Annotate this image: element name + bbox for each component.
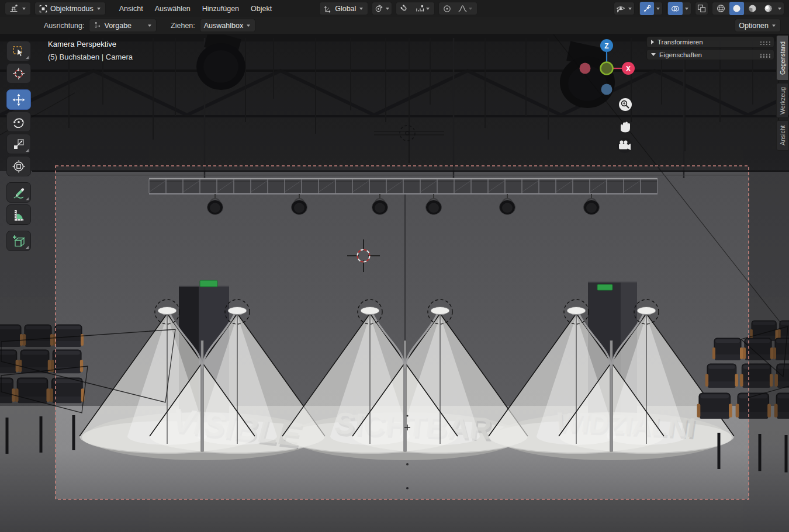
falloff-dropdown[interactable]: [455, 2, 476, 15]
mode-label: Objektmodus: [50, 5, 94, 13]
viewport-canvas[interactable]: VISIBLE VISIBLE SICHTBAR SICHTBAR WIDZIA…: [0, 34, 789, 532]
snap-group: [396, 2, 435, 15]
gizmos-icon: [642, 4, 652, 13]
rotate-icon: [12, 115, 26, 129]
viewport-info-overlay: Kamera Perspektive (5) Buchstaben | Came…: [48, 40, 133, 61]
ziehen-value: Auswahlbox: [204, 22, 243, 30]
chevron-down-icon[interactable]: [656, 8, 660, 10]
annotate-pen-icon: [12, 186, 26, 200]
transform-default-icon: [93, 21, 102, 30]
sidebar-tabs: Gegenstand Werkzeug Ansicht: [776, 35, 789, 153]
axis-ball-neg-x[interactable]: [580, 63, 591, 74]
toolbar-left: [6, 41, 31, 253]
ausrichtung-label: Ausrichtung:: [44, 22, 84, 30]
chevron-down-icon: [469, 8, 472, 10]
menu-ansicht[interactable]: Ansicht: [114, 3, 148, 15]
shading-material-button[interactable]: [745, 2, 760, 15]
orientation-label: Global: [335, 5, 356, 13]
ausrichtung-dropdown[interactable]: Vorgabe: [89, 19, 157, 32]
snap-toggle[interactable]: [397, 2, 411, 15]
chevron-down-icon: [359, 8, 363, 10]
snap-magnet-icon: [400, 4, 409, 13]
mode-dropdown[interactable]: Objektmodus: [34, 2, 106, 15]
tool-measure[interactable]: [6, 204, 31, 225]
more-tools-indicator: [26, 246, 29, 249]
menu-auswaehlen[interactable]: Auswählen: [150, 3, 196, 15]
pivot-dropdown[interactable]: [372, 2, 392, 15]
tool-transform[interactable]: [6, 156, 31, 176]
shading-wireframe-icon: [716, 4, 726, 13]
more-tools-indicator: [26, 197, 29, 200]
visibility-eye-icon: [615, 4, 626, 13]
tool-select-box[interactable]: [6, 41, 31, 61]
panel-eigenschaften[interactable]: Eigenschaften: [646, 49, 774, 60]
panel-transformieren[interactable]: Transformieren: [646, 36, 774, 48]
editor-type-button[interactable]: [5, 2, 31, 15]
drag-handle-icon[interactable]: [760, 41, 762, 43]
axis-ball-neg-z[interactable]: [601, 84, 612, 95]
chevron-down-icon[interactable]: [685, 8, 688, 10]
expand-right-icon: [651, 40, 654, 44]
xray-toggle[interactable]: [695, 2, 708, 15]
chevron-down-icon[interactable]: [778, 8, 781, 10]
pivot-point-icon: [373, 4, 383, 13]
cursor-3d-icon: [12, 67, 26, 81]
gizmos-toggle[interactable]: [640, 2, 654, 15]
orientation-dropdown[interactable]: Global: [319, 2, 368, 15]
shading-material-icon: [748, 4, 757, 13]
axis-label-x: X: [626, 65, 631, 73]
proportional-editing-toggle[interactable]: [440, 2, 454, 15]
shading-wireframe-button[interactable]: [714, 2, 728, 15]
shading-solid-icon: [732, 4, 742, 13]
chevron-down-icon: [22, 8, 26, 10]
snap-target-dropdown[interactable]: [413, 2, 433, 15]
panel-eigenschaften-label: Eigenschaften: [659, 51, 702, 58]
object-mode-icon: [39, 4, 48, 13]
axis-ball-y[interactable]: [601, 62, 613, 75]
ziehen-dropdown[interactable]: Auswahlbox: [200, 19, 255, 32]
select-box-icon: [12, 44, 26, 58]
tab-ansicht[interactable]: Ansicht: [776, 120, 788, 151]
proportional-editing-icon: [442, 4, 452, 13]
tool-scale[interactable]: [6, 134, 31, 154]
proportional-group: [438, 2, 477, 15]
tab-werkzeug[interactable]: Werkzeug: [776, 83, 788, 118]
viewport-3d[interactable]: VISIBLE VISIBLE SICHTBAR SICHTBAR WIDZIA…: [0, 34, 789, 532]
editor-type-3d-viewport-icon: [9, 4, 19, 13]
tool-add-cube[interactable]: [6, 231, 31, 251]
options-label: Optionen: [739, 22, 769, 30]
chevron-down-icon: [628, 8, 632, 10]
shading-solid-button[interactable]: [729, 2, 744, 15]
chevron-down-icon: [97, 8, 101, 10]
tool-annotate[interactable]: [6, 182, 31, 203]
tool-settings-bar: Ausrichtung: Vorgabe Ziehen: Auswahlbox …: [0, 17, 789, 34]
tab-gegenstand[interactable]: Gegenstand: [776, 35, 788, 81]
menu-hinzufuegen[interactable]: Hinzufügen: [197, 3, 244, 15]
menu-objekt[interactable]: Objekt: [245, 3, 277, 15]
transform-icon: [12, 159, 26, 173]
more-tools-indicator: [26, 56, 29, 59]
shading-rendered-button[interactable]: [761, 2, 776, 15]
snap-increments-icon: [415, 4, 425, 13]
panel-transformieren-label: Transformieren: [658, 39, 703, 46]
menu-bar: Ansicht Auswählen Hinzufügen Objekt: [114, 3, 278, 15]
overlays-toggle[interactable]: [668, 2, 683, 15]
tool-cursor[interactable]: [6, 63, 31, 84]
stage-truss[interactable]: [149, 179, 658, 194]
overlays-group: [666, 2, 691, 15]
chevron-down-icon: [426, 8, 430, 10]
add-cube-icon: [12, 234, 26, 248]
sidebar-panels: Transformieren Eigenschaften: [646, 36, 774, 61]
tool-rotate[interactable]: [6, 112, 31, 132]
chevron-down-icon: [247, 25, 250, 27]
visibility-dropdown[interactable]: [614, 2, 635, 15]
options-dropdown[interactable]: Optionen: [735, 19, 781, 32]
drag-handle-icon[interactable]: [760, 54, 762, 55]
nav-camera-view-button[interactable]: [617, 138, 632, 153]
nav-zoom-button[interactable]: [619, 98, 632, 111]
ziehen-label: Ziehen:: [171, 22, 195, 30]
chevron-down-icon: [148, 25, 151, 27]
measure-icon: [12, 208, 26, 222]
tool-move[interactable]: [6, 89, 31, 110]
move-icon: [12, 93, 26, 107]
